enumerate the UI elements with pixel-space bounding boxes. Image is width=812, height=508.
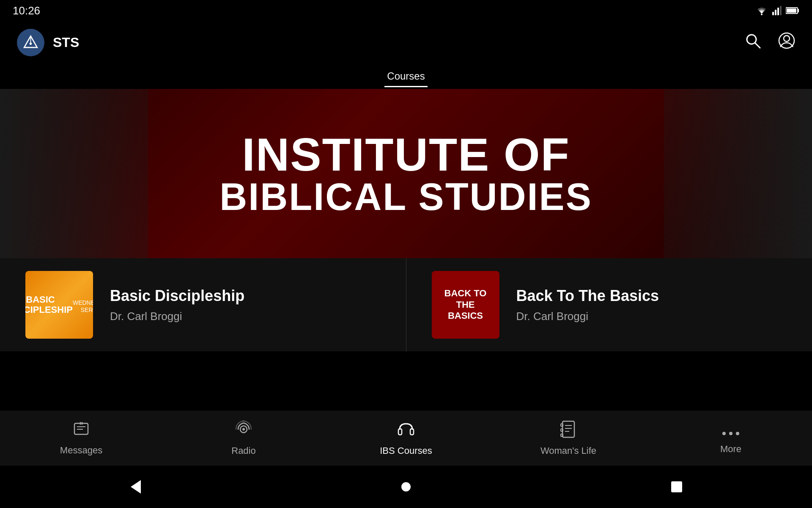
course-info-back-to-basics: Back To The Basics Dr. Carl Broggi — [516, 287, 659, 323]
course-thumb-basic-discipleship: BASICDISCIPLESHIP WEDNESDAY SERIES — [25, 271, 93, 339]
nav-label-messages: Messages — [60, 445, 102, 456]
radio-icon — [235, 420, 252, 442]
nav-label-more: More — [720, 444, 741, 455]
svg-rect-1 — [772, 12, 774, 15]
app-title: STS — [53, 35, 79, 50]
profile-button[interactable] — [778, 32, 795, 53]
course-info-basic-discipleship: Basic Discipleship Dr. Carl Broggi — [110, 287, 244, 323]
signal-icon — [772, 6, 782, 15]
notebook-icon — [560, 420, 576, 442]
system-nav — [0, 466, 812, 508]
hero-line2: BIBLICAL STUDIES — [219, 178, 592, 216]
svg-rect-4 — [780, 6, 782, 15]
course-author-basic-discipleship: Dr. Carl Broggi — [110, 310, 244, 323]
nav-label-ibs-courses: IBS Courses — [380, 445, 432, 456]
nav-item-more[interactable]: More — [650, 416, 812, 461]
bottom-nav: Messages Radio IBS Courses — [0, 411, 812, 466]
nav-item-messages[interactable]: Messages — [0, 414, 162, 462]
courses-divider — [406, 258, 406, 351]
search-button[interactable] — [744, 32, 761, 53]
svg-point-33 — [729, 432, 732, 435]
svg-rect-31 — [561, 434, 563, 436]
svg-rect-6 — [798, 9, 799, 12]
svg-rect-25 — [562, 421, 574, 437]
hero-banner: INSTITUTE OF BIBLICAL STUDIES — [0, 89, 812, 258]
nav-item-radio[interactable]: Radio — [162, 414, 325, 463]
header-right — [744, 32, 795, 53]
svg-rect-30 — [561, 429, 563, 431]
course-item-back-to-basics[interactable]: BACK TOTHEBASICS Back To The Basics Dr. … — [406, 258, 812, 351]
logo-icon — [21, 33, 40, 52]
svg-point-11 — [30, 42, 32, 44]
battery-icon — [786, 7, 799, 14]
svg-line-13 — [755, 43, 760, 48]
hero-line1: INSTITUTE OF — [219, 131, 592, 178]
search-icon — [744, 32, 761, 49]
status-icons — [755, 6, 799, 15]
hero-side-left — [0, 89, 148, 258]
app-logo — [17, 29, 44, 56]
svg-point-0 — [761, 14, 763, 15]
svg-rect-24 — [410, 429, 414, 435]
svg-marker-35 — [131, 480, 141, 494]
more-icon — [722, 422, 740, 440]
back-button[interactable] — [123, 474, 148, 500]
svg-point-15 — [784, 36, 790, 41]
course-author-back-to-basics: Dr. Carl Broggi — [516, 310, 659, 323]
nav-label-radio: Radio — [231, 445, 255, 456]
tab-courses[interactable]: Courses — [370, 66, 442, 86]
svg-rect-7 — [787, 8, 796, 13]
recents-square — [671, 481, 682, 492]
svg-rect-3 — [777, 8, 779, 15]
svg-rect-29 — [561, 424, 563, 426]
svg-rect-2 — [775, 10, 776, 15]
course-item-basic-discipleship[interactable]: BASICDISCIPLESHIP WEDNESDAY SERIES Basic… — [0, 258, 406, 351]
messages-icon — [73, 421, 90, 442]
top-tabs: Courses — [0, 64, 812, 89]
header-left: STS — [17, 29, 79, 56]
status-time: 10:26 — [13, 4, 40, 17]
hero-side-right — [664, 89, 812, 258]
course-thumb-back-to-basics: BACK TOTHEBASICS — [432, 271, 499, 339]
back-icon — [129, 478, 142, 495]
course-title-back-to-basics: Back To The Basics — [516, 287, 659, 305]
profile-icon — [778, 32, 795, 49]
nav-item-womans-life[interactable]: Woman's Life — [487, 414, 650, 463]
svg-point-22 — [242, 428, 245, 431]
home-circle — [401, 482, 411, 491]
hero-text: INSTITUTE OF BIBLICAL STUDIES — [219, 131, 592, 216]
recents-button[interactable] — [664, 474, 689, 500]
svg-point-34 — [736, 432, 739, 435]
nav-item-ibs-courses[interactable]: IBS Courses — [325, 414, 487, 463]
headphones-icon — [397, 420, 415, 442]
course-title-basic-discipleship: Basic Discipleship — [110, 287, 244, 305]
svg-rect-23 — [398, 429, 402, 435]
svg-point-32 — [722, 432, 726, 435]
wifi-icon — [755, 6, 768, 15]
header: STS — [0, 21, 812, 64]
status-bar: 10:26 — [0, 0, 812, 21]
home-button[interactable] — [393, 474, 419, 500]
nav-label-womans-life: Woman's Life — [540, 445, 596, 456]
